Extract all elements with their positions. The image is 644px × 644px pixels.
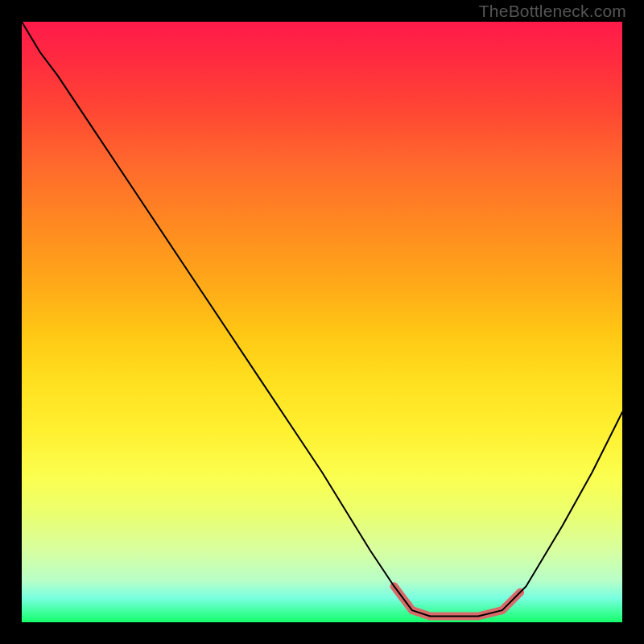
- plot-area: [22, 22, 622, 622]
- chart-container: TheBottleneck.com: [0, 0, 644, 644]
- curve-path: [22, 22, 622, 617]
- watermark-text: TheBottleneck.com: [479, 2, 626, 21]
- curve-svg: [22, 22, 622, 622]
- highlight-path: [394, 586, 521, 616]
